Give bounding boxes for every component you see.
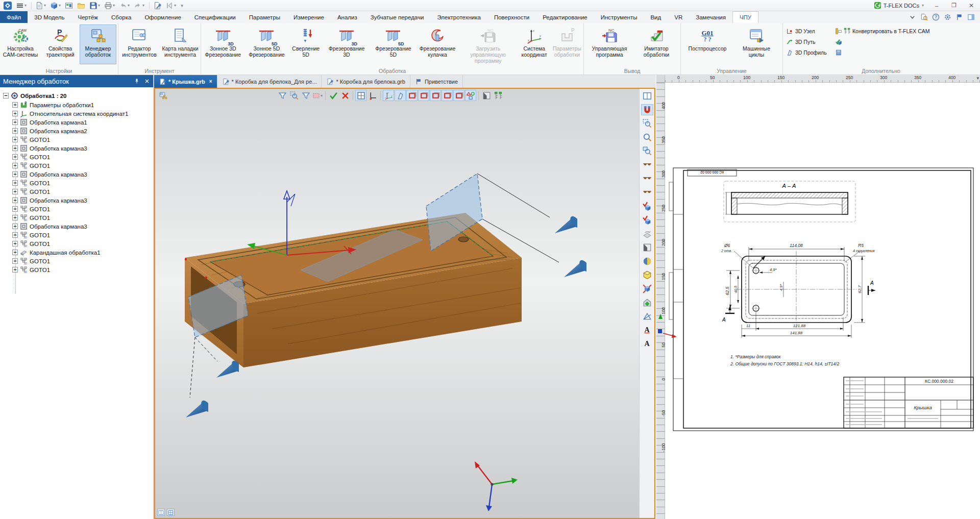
options-gear-icon[interactable] — [944, 13, 951, 21]
tree-item[interactable]: +Относительная система координат1 — [12, 109, 128, 118]
tab-close-icon[interactable]: × — [209, 79, 212, 84]
expander-icon[interactable]: + — [12, 250, 18, 255]
collapse-ribbon-icon[interactable] — [909, 13, 916, 21]
expander-icon[interactable]: + — [12, 241, 18, 246]
check-model-button[interactable] — [835, 37, 964, 46]
tree-item[interactable]: +GOTO1 — [12, 231, 50, 239]
zoom-dynamic-icon[interactable] — [641, 132, 653, 143]
text-style-icon[interactable]: А — [641, 325, 653, 336]
3d-viewport-scene[interactable] — [155, 89, 639, 518]
expander-icon[interactable]: + — [12, 128, 18, 134]
menu-3d-model[interactable]: 3D Модель — [28, 11, 71, 23]
rotate-plane-icon[interactable] — [641, 228, 653, 239]
check-all-solids-icon[interactable] — [641, 214, 653, 226]
scene-objects-icon[interactable] — [157, 90, 168, 101]
3d-axes-icon[interactable] — [383, 90, 394, 101]
tree-item[interactable]: +Параметры обработки1 — [12, 101, 94, 109]
grid-icon[interactable] — [355, 90, 366, 101]
trajectory-properties-button[interactable]: Свойстватраекторий — [41, 24, 80, 64]
menu-tools[interactable]: Инструменты — [594, 11, 644, 23]
workpiece-box-icon[interactable] — [406, 90, 418, 101]
vertical-ruler[interactable]: 400 350 300 250 200 150 100 50 0 -50 -10… — [656, 83, 665, 519]
redo-icon[interactable]: ▾ — [132, 1, 146, 11]
menu-electrical[interactable]: Электротехника — [430, 11, 487, 23]
selection-area-icon[interactable]: ▾ — [312, 90, 323, 101]
expander-icon[interactable]: + — [12, 215, 18, 220]
3d-node-button[interactable]: 3D Узел — [786, 27, 831, 36]
expander-icon[interactable]: + — [12, 267, 18, 273]
expander-icon[interactable]: + — [12, 111, 18, 116]
expander-icon[interactable]: + — [12, 102, 18, 108]
tree-item[interactable]: +GOTO1 — [12, 153, 50, 161]
tool-editor-button[interactable]: Редакторинструментов — [118, 24, 160, 64]
menu-file[interactable]: Файл — [0, 11, 28, 23]
filter-icon[interactable] — [277, 90, 288, 101]
expander-icon[interactable]: + — [12, 171, 18, 177]
windows-layout-icon[interactable] — [967, 13, 975, 21]
cam-settings-button[interactable]: НастройкаCAM-системы — [0, 24, 41, 64]
tree-item[interactable]: +GOTO1 — [12, 135, 50, 144]
macro-icon[interactable]: ▾ — [164, 1, 178, 11]
menu-view[interactable]: Вид — [644, 11, 668, 23]
view-triad[interactable] — [475, 461, 518, 511]
restore-button[interactable]: ❐ — [945, 0, 963, 11]
tree-item[interactable]: +GOTO1 — [12, 161, 50, 170]
tab-kryshka[interactable]: * Крышка.grb × — [154, 75, 217, 88]
expander-icon[interactable]: − — [3, 93, 9, 98]
tool-cone[interactable] — [555, 214, 582, 233]
tree-item[interactable]: +GOTO1 — [12, 213, 50, 222]
close-icon[interactable] — [144, 78, 150, 84]
tree-item[interactable]: +Обработка кармана3 — [12, 170, 87, 179]
zone-3d-milling-button[interactable]: 3D Зонное 3DФрезерование — [201, 24, 245, 64]
show-elements-icon[interactable] — [641, 173, 653, 184]
ruler-options-icon[interactable]: ▾ — [976, 76, 979, 81]
tree-item[interactable]: +GOTO1 — [12, 205, 50, 213]
coordinate-system-button[interactable]: Системакоординат — [518, 24, 551, 64]
explode-view-icon[interactable] — [641, 283, 653, 294]
3d-profile-button[interactable]: 3D Профиль — [786, 48, 831, 57]
tree-item[interactable]: +Обработка кармана3 — [12, 222, 87, 231]
pin-icon[interactable] — [134, 78, 140, 84]
menu-surfaces[interactable]: Поверхности — [487, 11, 536, 23]
tree-item[interactable]: +Обработка кармана2 — [12, 127, 87, 135]
undo-icon[interactable]: ▾ — [117, 1, 131, 11]
expander-icon[interactable]: + — [12, 145, 18, 151]
expander-icon[interactable]: + — [12, 154, 18, 160]
machining-manager-button[interactable]: Менеджеробработок — [80, 24, 116, 64]
minimize-button[interactable]: – — [928, 0, 945, 11]
menu-assembly[interactable]: Сборка — [105, 11, 138, 23]
expander-icon[interactable]: + — [12, 232, 18, 238]
tab-korobka-dlya-re[interactable]: * Коробка для брелока_Для ре... — [217, 75, 322, 88]
menu-measure[interactable]: Измерение — [287, 11, 331, 23]
tree-item[interactable]: +Обработка кармана1 — [12, 118, 87, 127]
welcome-flag-icon[interactable] — [955, 13, 963, 21]
wireframe-cube-icon[interactable] — [641, 269, 653, 281]
machining-simulator-button[interactable]: Имитаторобработки — [635, 24, 678, 64]
menu-editing[interactable]: Редактирование — [536, 11, 594, 23]
expander-icon[interactable]: + — [12, 137, 18, 142]
local-cs-icon[interactable] — [367, 90, 378, 101]
menu-gears[interactable]: Зубчатые передачи — [364, 11, 431, 23]
wireframe-pyramid-icon[interactable] — [641, 311, 653, 322]
milling-3d-button[interactable]: 3D Фрезерование3D — [323, 24, 370, 64]
new-drawing-icon[interactable] — [63, 1, 75, 11]
window-zoom-icon[interactable] — [641, 90, 653, 102]
workpiece-face-icon[interactable] — [453, 90, 464, 101]
new-view-icon[interactable] — [167, 509, 175, 516]
convert-view-icon[interactable] — [493, 90, 504, 101]
menu-parameters[interactable]: Параметры — [242, 11, 287, 23]
expander-icon[interactable]: + — [12, 224, 18, 229]
tree-item[interactable]: +GOTO1 — [12, 187, 50, 196]
text-icon[interactable]: А — [641, 338, 653, 350]
calculator-button[interactable] — [835, 48, 964, 57]
expander-icon[interactable]: + — [12, 189, 18, 194]
3d-view-window[interactable]: ▾ — [154, 88, 655, 519]
hide-elements-icon[interactable] — [641, 159, 653, 170]
menu-cnc[interactable]: ЧПУ — [732, 11, 758, 23]
primitives-icon[interactable] — [465, 90, 476, 101]
cam-milling-button[interactable]: Фрезерованиекулачка — [416, 24, 458, 64]
save-icon[interactable]: ▾ — [88, 1, 102, 11]
filter-window-icon[interactable] — [288, 90, 300, 101]
cancel-selection-icon[interactable] — [339, 90, 351, 101]
app-logo-icon[interactable] — [2, 1, 13, 11]
